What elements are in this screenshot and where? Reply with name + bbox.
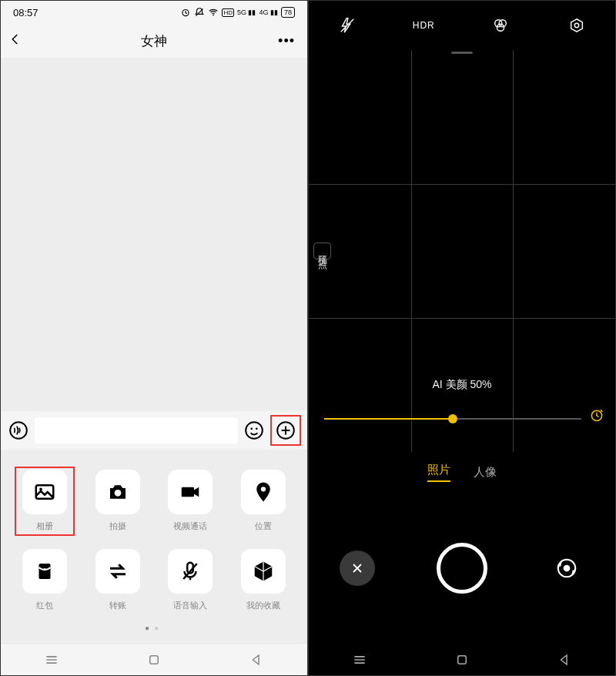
panel-item-transfer[interactable]: 转账 bbox=[85, 549, 152, 611]
status-bar: 08:57 HD 5G ▮▮ 4G ▮▮ 78 bbox=[1, 1, 307, 24]
panel-item-redpacket[interactable]: 红包 bbox=[12, 549, 79, 611]
panel-item-favorite[interactable]: 我的收藏 bbox=[230, 549, 297, 611]
message-input[interactable] bbox=[35, 417, 238, 443]
camera-icon bbox=[106, 480, 129, 504]
timer-button[interactable] bbox=[589, 407, 604, 426]
alarm-icon bbox=[180, 7, 191, 18]
chat-header: 女神 ••• bbox=[1, 24, 307, 58]
svg-point-25 bbox=[564, 565, 571, 572]
drag-handle-icon[interactable] bbox=[451, 52, 473, 54]
panel-item-album[interactable]: 相册 bbox=[12, 470, 79, 532]
filter-button[interactable] bbox=[490, 15, 511, 35]
pin-icon bbox=[252, 480, 275, 504]
mic-icon bbox=[179, 560, 202, 583]
panel-item-video[interactable]: 视频通话 bbox=[157, 470, 224, 532]
hdr-button[interactable]: HDR bbox=[413, 15, 434, 35]
mode-photo[interactable]: 照片 bbox=[427, 463, 450, 482]
packet-icon bbox=[33, 560, 56, 583]
svg-point-22 bbox=[575, 23, 580, 28]
panel-label: 相册 bbox=[36, 520, 53, 532]
status-icons: HD 5G ▮▮ 4G ▮▮ 78 bbox=[180, 7, 295, 18]
svg-point-5 bbox=[250, 428, 253, 430]
panel-label: 语音输入 bbox=[173, 600, 207, 611]
panel-item-voice[interactable]: 语音输入 bbox=[157, 549, 224, 611]
signal-4g-icon: 4G ▮▮ bbox=[259, 8, 278, 16]
camera-top-bar: HDR bbox=[309, 1, 615, 50]
svg-rect-11 bbox=[182, 487, 194, 497]
system-navbar bbox=[1, 644, 307, 675]
input-row bbox=[1, 411, 307, 450]
svg-point-20 bbox=[499, 20, 506, 27]
svg-point-12 bbox=[261, 487, 266, 491]
panel-label: 位置 bbox=[255, 520, 272, 532]
panel-label: 转账 bbox=[109, 600, 126, 611]
voice-toggle-button[interactable] bbox=[7, 419, 30, 442]
svg-rect-13 bbox=[39, 564, 51, 579]
chat-body[interactable] bbox=[1, 58, 307, 411]
close-button[interactable] bbox=[340, 551, 375, 586]
settings-button[interactable] bbox=[567, 15, 587, 35]
mode-portrait[interactable]: 人像 bbox=[474, 465, 497, 480]
flash-button[interactable] bbox=[337, 15, 357, 35]
nav-back-button[interactable] bbox=[247, 651, 266, 669]
nav-menu-button[interactable] bbox=[350, 651, 369, 669]
shutter-row bbox=[309, 492, 615, 644]
flip-camera-button[interactable] bbox=[549, 551, 584, 586]
svg-point-4 bbox=[246, 422, 263, 439]
wifi-icon bbox=[208, 7, 219, 18]
svg-point-9 bbox=[39, 487, 42, 490]
svg-point-14 bbox=[44, 568, 46, 571]
panel-label: 拍摄 bbox=[109, 520, 126, 532]
camera-screenshot: HDR 移远一点 AI 美颜 50% 照片 人像 bbox=[309, 1, 615, 675]
ai-beauty-label: AI 美颜 50% bbox=[309, 378, 615, 392]
panel-label: 我的收藏 bbox=[246, 600, 280, 611]
battery-icon: 78 bbox=[281, 7, 295, 18]
image-icon bbox=[33, 480, 56, 504]
system-navbar bbox=[309, 644, 615, 675]
signal-5g-icon: 5G ▮▮ bbox=[237, 8, 256, 16]
dnd-icon bbox=[194, 7, 205, 18]
hd-icon: HD bbox=[222, 8, 234, 17]
nav-back-button[interactable] bbox=[555, 651, 574, 669]
panel-item-camera[interactable]: 拍摄 bbox=[85, 470, 152, 532]
shutter-button[interactable] bbox=[437, 543, 487, 594]
panel-label: 红包 bbox=[36, 600, 53, 611]
cube-icon bbox=[252, 560, 275, 583]
transfer-icon bbox=[106, 560, 129, 583]
back-button[interactable] bbox=[8, 32, 22, 50]
panel-label: 视频通话 bbox=[173, 520, 207, 532]
emoji-button[interactable] bbox=[243, 419, 266, 442]
more-button[interactable]: ••• bbox=[278, 33, 295, 49]
svg-point-10 bbox=[114, 490, 121, 497]
camera-mode-row: 照片 人像 bbox=[309, 452, 615, 492]
svg-point-2 bbox=[213, 15, 215, 16]
chat-title: 女神 bbox=[141, 32, 167, 50]
svg-point-6 bbox=[256, 428, 258, 430]
nav-home-button[interactable] bbox=[145, 651, 163, 669]
slider-fill bbox=[324, 418, 453, 420]
camera-viewfinder[interactable]: 移远一点 AI 美颜 50% bbox=[309, 50, 615, 452]
video-icon bbox=[179, 480, 202, 504]
attachment-panel: 相册 拍摄 视频通话 位置 红包 bbox=[1, 450, 307, 644]
slider-knob[interactable] bbox=[448, 414, 457, 423]
plus-button-highlight bbox=[270, 415, 301, 446]
wechat-screenshot: 08:57 HD 5G ▮▮ 4G ▮▮ 78 女神 ••• bbox=[1, 1, 307, 675]
plus-button[interactable] bbox=[274, 419, 297, 442]
page-dots: ●● bbox=[12, 611, 296, 637]
svg-rect-26 bbox=[458, 656, 467, 664]
svg-point-21 bbox=[497, 24, 504, 31]
nav-menu-button[interactable] bbox=[42, 651, 61, 669]
ai-beauty-slider[interactable] bbox=[324, 418, 581, 420]
status-time: 08:57 bbox=[13, 7, 38, 18]
distance-hint: 移远一点 bbox=[313, 243, 331, 259]
panel-item-location[interactable]: 位置 bbox=[230, 470, 297, 532]
nav-home-button[interactable] bbox=[453, 651, 471, 669]
svg-rect-17 bbox=[150, 656, 159, 664]
